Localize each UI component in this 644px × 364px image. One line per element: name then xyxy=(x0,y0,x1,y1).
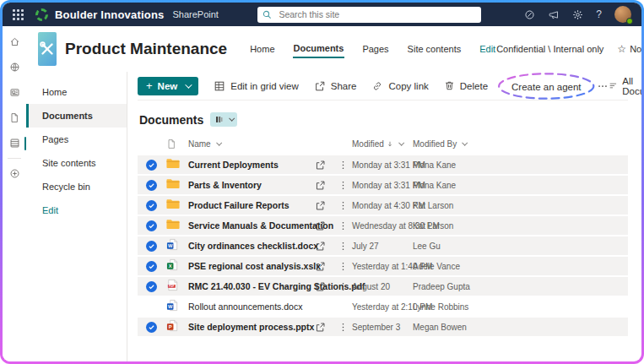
search-input[interactable] xyxy=(277,8,476,20)
selected-check-icon[interactable] xyxy=(146,200,157,211)
megaphone-icon[interactable] xyxy=(548,9,560,20)
sidebar-item-pages[interactable]: Pages xyxy=(26,128,127,151)
list-title: Documents xyxy=(139,113,203,127)
row-more-icon[interactable] xyxy=(333,220,352,231)
sidebar-item-site-contents[interactable]: Site contents xyxy=(26,151,127,175)
word-file-icon: W xyxy=(166,299,188,315)
selected-check-icon[interactable] xyxy=(146,261,157,272)
presence-badge-icon xyxy=(626,18,633,24)
table-header-row: Name Modified Modified By xyxy=(138,135,628,152)
table-row[interactable]: Product Failure Reports Monday at 4:30 P… xyxy=(138,196,628,215)
svg-text:X: X xyxy=(169,263,172,268)
row-share-icon[interactable] xyxy=(315,220,333,231)
share-button[interactable]: Share xyxy=(314,80,357,92)
column-header-modified[interactable]: Modified xyxy=(352,139,413,149)
column-header-name[interactable]: Name xyxy=(188,139,315,149)
row-more-icon[interactable] xyxy=(333,261,352,272)
avatar[interactable] xyxy=(614,6,631,23)
new-button[interactable]: + New xyxy=(138,77,198,95)
svg-text:P: P xyxy=(169,323,172,329)
sidebar-item-recycle-bin[interactable]: Recycle bin xyxy=(26,175,127,198)
site-nav-pages[interactable]: Pages xyxy=(361,41,389,57)
column-header-modified-by[interactable]: Modified By xyxy=(413,139,628,149)
sensitivity-label[interactable]: Confidential \ Internal only xyxy=(496,44,603,54)
screenshot-frame: Boulder Innovations SharePoint ? xyxy=(0,0,644,364)
site-nav-site-contents[interactable]: Site contents xyxy=(407,41,463,57)
trash-icon xyxy=(444,80,455,91)
sidebar-item-home[interactable]: Home xyxy=(26,80,127,104)
rail-document-icon[interactable] xyxy=(3,112,26,123)
row-share-icon[interactable] xyxy=(315,241,333,252)
table-row[interactable]: P Site deployment process.pptx September… xyxy=(138,318,628,336)
powerpoint-file-icon: P xyxy=(166,319,188,335)
follow-button[interactable]: ☆ Not following xyxy=(617,43,641,55)
selected-check-icon[interactable] xyxy=(146,160,157,171)
table-row[interactable]: Current Deployments Monday at 3:31 PM Mo… xyxy=(138,155,628,174)
row-more-icon[interactable] xyxy=(333,281,352,292)
selected-check-icon[interactable] xyxy=(146,281,157,292)
row-share-icon[interactable] xyxy=(315,261,333,272)
site-nav-home[interactable]: Home xyxy=(249,41,275,57)
table-row[interactable]: Service Manuals & Documentation Wednesda… xyxy=(138,216,628,235)
site-logo-icon[interactable] xyxy=(38,32,57,66)
table-row[interactable]: W Rollout announcements.docx Yesterday a… xyxy=(138,297,628,316)
rail-home-icon[interactable] xyxy=(3,36,26,47)
row-share-icon[interactable] xyxy=(315,322,333,333)
copilot-icon[interactable] xyxy=(524,9,535,20)
table-row[interactable]: X PSE regional cost analysis.xslx Yester… xyxy=(138,257,628,275)
svg-text:W: W xyxy=(168,303,173,308)
row-share-icon[interactable] xyxy=(315,160,333,171)
columns-icon xyxy=(214,115,224,124)
table-row[interactable]: PDF RMC 21.40.030 - EV Charging Stations… xyxy=(138,277,628,296)
rail-news-icon[interactable] xyxy=(3,87,26,98)
site-search[interactable] xyxy=(257,7,481,23)
site-nav-edit[interactable]: Edit xyxy=(479,41,496,57)
table-row[interactable]: Parts & Inventory Monday at 3:31 PM Mona… xyxy=(138,176,628,194)
settings-gear-icon[interactable] xyxy=(572,9,583,20)
row-more-icon[interactable] xyxy=(333,322,352,333)
edit-grid-view-button[interactable]: Edit in grid view xyxy=(214,80,299,92)
view-pill[interactable] xyxy=(210,112,237,127)
delete-button[interactable]: Delete xyxy=(444,80,488,91)
svg-text:W: W xyxy=(168,242,173,247)
site-header-right: Confidential \ Internal only ☆ Not follo… xyxy=(496,43,641,55)
org-name[interactable]: Boulder Innovations xyxy=(55,8,164,21)
selected-check-icon[interactable] xyxy=(146,322,157,333)
app-launcher-icon[interactable] xyxy=(13,9,24,20)
more-commands-icon[interactable] xyxy=(597,80,609,92)
chevron-down-icon xyxy=(230,116,235,121)
rail-add-icon[interactable] xyxy=(3,168,26,179)
chevron-down-icon xyxy=(398,139,403,144)
product-name[interactable]: SharePoint xyxy=(172,9,218,19)
help-icon[interactable]: ? xyxy=(596,8,602,20)
row-share-icon[interactable] xyxy=(315,180,333,191)
row-share-icon[interactable] xyxy=(315,281,333,292)
table-row[interactable]: W City ordinances checklist.docx July 27… xyxy=(138,236,628,255)
command-bar-right: All Documents xyxy=(609,76,641,96)
command-bar: + New Edit in grid view Share xyxy=(138,72,628,101)
create-agent-button[interactable]: Create an agent xyxy=(503,76,589,96)
chevron-down-icon xyxy=(216,139,221,144)
row-more-icon[interactable] xyxy=(333,180,352,191)
copy-link-button[interactable]: Copy link xyxy=(371,80,428,92)
selected-check-icon[interactable] xyxy=(146,180,157,191)
folder-icon xyxy=(166,198,188,213)
selected-check-icon[interactable] xyxy=(146,241,157,252)
row-more-icon[interactable] xyxy=(333,160,352,171)
rail-library-icon[interactable] xyxy=(3,138,26,149)
row-more-icon[interactable] xyxy=(333,241,352,252)
row-share-icon[interactable] xyxy=(315,200,333,211)
sidebar-item-edit[interactable]: Edit xyxy=(26,198,127,222)
site-title[interactable]: Product Maintenance xyxy=(65,40,227,58)
rail-globe-icon[interactable] xyxy=(3,62,26,73)
view-selector[interactable]: All Documents xyxy=(609,76,641,96)
row-more-icon[interactable] xyxy=(333,200,352,211)
site-nav-documents[interactable]: Documents xyxy=(293,40,345,58)
selected-check-icon[interactable] xyxy=(146,220,157,231)
follow-label: Not following xyxy=(630,44,641,54)
svg-text:PDF: PDF xyxy=(169,285,174,288)
sidebar-item-documents[interactable]: Documents xyxy=(26,104,127,128)
file-type-column-icon[interactable] xyxy=(166,139,188,149)
org-logo-icon[interactable] xyxy=(35,8,48,21)
word-file-icon: W xyxy=(166,238,188,254)
